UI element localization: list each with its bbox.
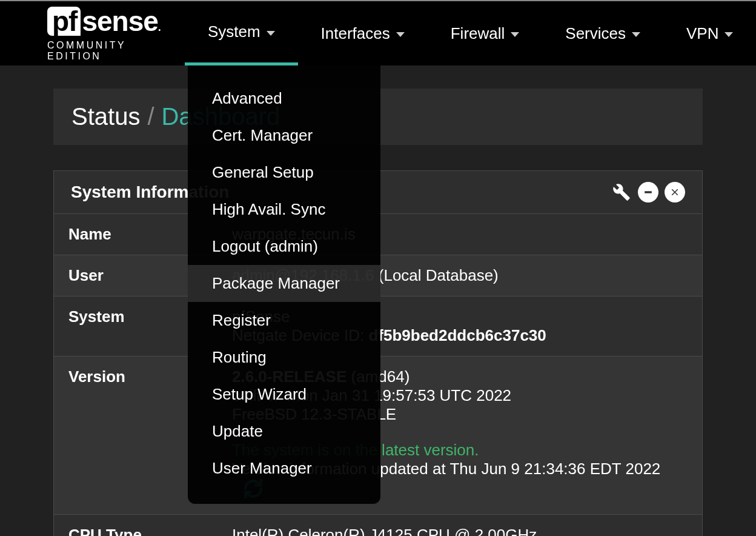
- logo-subtitle: COMMUNITY EDITION: [47, 40, 161, 62]
- nav-label: Services: [565, 24, 626, 43]
- dropdown-item-register[interactable]: Register: [188, 302, 380, 339]
- minimize-icon[interactable]: [638, 182, 658, 203]
- wrench-icon[interactable]: [611, 182, 632, 203]
- nav-label: VPN: [686, 24, 718, 43]
- svg-rect-0: [645, 191, 652, 193]
- close-icon[interactable]: [665, 182, 685, 203]
- dropdown-item-package-manager[interactable]: Package Manager: [188, 265, 380, 302]
- nav-label: Interfaces: [321, 24, 390, 43]
- nav-vpn[interactable]: VPN: [663, 1, 756, 65]
- nav-services[interactable]: Services: [542, 1, 663, 65]
- row-label: CPU Type: [54, 515, 217, 537]
- chevron-down-icon: [511, 32, 519, 37]
- dropdown-item-general-setup[interactable]: General Setup: [188, 154, 380, 191]
- dropdown-item-setup-wizard[interactable]: Setup Wizard: [188, 376, 380, 413]
- dropdown-item-user-manager[interactable]: User Manager: [188, 450, 380, 487]
- nav-interfaces[interactable]: Interfaces: [298, 1, 428, 65]
- dropdown-item-advanced[interactable]: Advanced: [188, 80, 380, 117]
- system-dropdown: AdvancedCert. ManagerGeneral SetupHigh A…: [188, 65, 380, 504]
- table-row: CPU Type Intel(R) Celeron(R) J4125 CPU @…: [54, 515, 702, 537]
- dropdown-item-high-avail-sync[interactable]: High Avail. Sync: [188, 191, 380, 228]
- chevron-down-icon: [632, 32, 640, 37]
- chevron-down-icon: [267, 31, 275, 36]
- nav-system[interactable]: System: [185, 1, 298, 65]
- nav-label: Firewall: [451, 24, 505, 43]
- logo-pf: pf: [47, 7, 81, 36]
- chevron-down-icon: [724, 32, 733, 37]
- row-value: Intel(R) Celeron(R) J4125 CPU @ 2.00GHz: [217, 515, 702, 537]
- dropdown-item-cert-manager[interactable]: Cert. Manager: [188, 117, 380, 154]
- dropdown-item-routing[interactable]: Routing: [188, 339, 380, 376]
- logo-sense: sense: [82, 5, 158, 38]
- latest-version-link[interactable]: latest version.: [382, 441, 479, 459]
- top-navbar: pfsense. COMMUNITY EDITION System Interf…: [0, 0, 756, 65]
- dropdown-item-update[interactable]: Update: [188, 413, 380, 450]
- nav-menu: System Interfaces Firewall Services VPN: [185, 1, 756, 65]
- chevron-down-icon: [396, 32, 405, 37]
- nav-label: System: [208, 22, 260, 41]
- nav-firewall[interactable]: Firewall: [428, 1, 543, 65]
- logo[interactable]: pfsense. COMMUNITY EDITION: [47, 5, 161, 62]
- breadcrumb-root[interactable]: Status: [71, 103, 140, 130]
- breadcrumb-sep: /: [147, 103, 154, 130]
- dropdown-item-logout-admin-[interactable]: Logout (admin): [188, 228, 380, 265]
